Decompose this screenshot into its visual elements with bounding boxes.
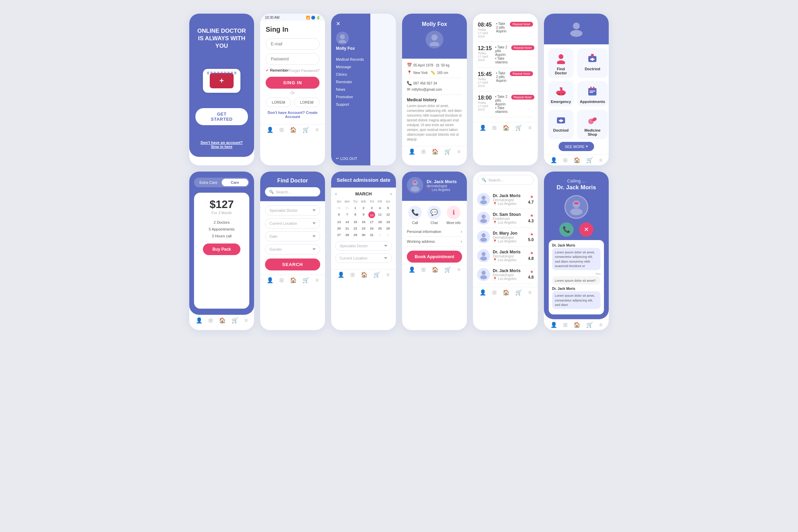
cal-day[interactable]: 19: [384, 219, 392, 225]
menu-item-news[interactable]: News: [336, 86, 366, 93]
nav-med-g[interactable]: ⊞: [492, 124, 497, 131]
cal-day[interactable]: 23: [360, 225, 367, 231]
nav-ls-m[interactable]: ≡: [528, 290, 531, 296]
forgot-password-link[interactable]: Forget Password?: [289, 69, 320, 73]
card-doctriod[interactable]: Doctriod: [577, 48, 608, 78]
prev-month-button[interactable]: ‹: [335, 191, 337, 196]
repeat-badge-3[interactable]: Repeat Now!: [510, 71, 533, 76]
specialist-select[interactable]: Specialist Doctor: [265, 205, 320, 216]
list-search-bar[interactable]: 🔍 Search...: [477, 175, 534, 185]
nav-cal-g[interactable]: ⊞: [350, 271, 355, 278]
menu-item-support[interactable]: Support: [336, 101, 366, 108]
repeat-badge-2[interactable]: Repeat Now!: [511, 45, 534, 50]
nav-cl-p[interactable]: 👤: [550, 322, 557, 328]
nav-fd-c[interactable]: 🛒: [302, 277, 309, 283]
list-item[interactable]: Dr. Mary Jon Dermatologist 📍 Los Angeles…: [477, 228, 534, 247]
list-item[interactable]: Dr. Jack Moris Dermatologist 📍 Los Angel…: [477, 265, 534, 284]
list-item[interactable]: Dr. Sam Stoun Peddtrician 📍 Los Angeles …: [477, 209, 534, 228]
card-doctriod2[interactable]: Doctriod: [548, 110, 574, 139]
nav-cl-m[interactable]: ≡: [599, 322, 602, 328]
nav-ls-p[interactable]: 👤: [479, 289, 486, 296]
password-input[interactable]: [266, 53, 320, 65]
cal-location-select[interactable]: Current Location: [335, 253, 392, 263]
nav-cal-c[interactable]: 🛒: [373, 271, 380, 278]
email-input[interactable]: [266, 38, 320, 50]
cal-day[interactable]: 2: [360, 205, 367, 211]
cal-day[interactable]: 26: [384, 225, 392, 231]
nav-pr-c[interactable]: 🛒: [232, 317, 238, 324]
nav-dt-h[interactable]: 🏠: [432, 266, 439, 273]
logout-button[interactable]: ↩ LOG OUT: [336, 156, 366, 161]
nav-grd-h[interactable]: 🏠: [574, 157, 580, 163]
action-call[interactable]: 📞 Call: [408, 206, 422, 225]
cal-day[interactable]: 24: [368, 225, 375, 231]
cal-day[interactable]: 28: [343, 232, 351, 238]
nav-fd-m[interactable]: ≡: [315, 277, 319, 283]
nav-profile-icon[interactable]: 👤: [267, 127, 274, 133]
cal-day[interactable]: 22: [352, 225, 359, 231]
cal-specialist-select[interactable]: Specialist Doctor: [335, 241, 392, 251]
nav-cl-g[interactable]: ⊞: [563, 322, 567, 328]
menu-item-promotion[interactable]: Promotion: [336, 93, 366, 101]
cal-day[interactable]: 18: [376, 219, 384, 225]
nav-dt-c[interactable]: 🛒: [444, 266, 451, 273]
repeat-badge-1[interactable]: Repeat Now!: [510, 22, 533, 27]
nav-pr-h[interactable]: 🏠: [219, 317, 226, 324]
list-item[interactable]: Dr. Jack Moris Dermatologist 📍 Los Angel…: [477, 247, 534, 265]
nav-m-icon[interactable]: ≡: [457, 149, 460, 155]
cal-day[interactable]: 1: [376, 232, 384, 238]
cal-day[interactable]: 16: [360, 219, 367, 225]
nav-pr-p[interactable]: 👤: [196, 317, 203, 324]
nav-h-icon[interactable]: 🏠: [432, 148, 439, 155]
nav-med-c[interactable]: 🛒: [515, 124, 522, 131]
lorem-btn-2[interactable]: LOREM: [294, 98, 320, 107]
cal-day[interactable]: 2: [384, 232, 392, 238]
menu-item-records[interactable]: Medical Records: [336, 56, 366, 63]
cal-day[interactable]: 4: [376, 205, 384, 211]
card-medicine-shop[interactable]: Medicine Shop: [577, 110, 608, 139]
tab-extra-care[interactable]: Extra Care: [195, 179, 222, 186]
nav-cl-c[interactable]: 🛒: [586, 322, 593, 328]
card-find-doctor[interactable]: Find Doctor: [548, 48, 574, 78]
tab-care[interactable]: Care: [222, 179, 248, 186]
nav-pr-g[interactable]: ⊞: [208, 317, 213, 324]
nav-pr-m[interactable]: ≡: [245, 317, 248, 324]
nav-menu-icon[interactable]: ≡: [315, 127, 319, 133]
cal-day[interactable]: 15: [352, 219, 359, 225]
cal-day[interactable]: 31: [343, 205, 351, 211]
cal-day[interactable]: 1: [352, 205, 359, 211]
nav-home-icon[interactable]: 🏠: [290, 127, 297, 133]
cal-day[interactable]: 21: [343, 225, 351, 231]
nav-g-icon[interactable]: ⊞: [421, 148, 426, 155]
nav-p-icon[interactable]: 👤: [409, 148, 415, 155]
cal-day[interactable]: 6: [335, 211, 343, 218]
close-icon[interactable]: ✕: [336, 20, 366, 27]
nav-med-h[interactable]: 🏠: [503, 124, 509, 131]
location-select[interactable]: Current Location: [265, 218, 320, 228]
repeat-badge-4[interactable]: Repeat Now!: [511, 95, 534, 100]
nav-dt-m[interactable]: ≡: [457, 267, 460, 273]
personal-info-row[interactable]: Personal information ›: [407, 227, 462, 237]
buy-pack-button[interactable]: Buy Pack: [203, 243, 240, 255]
cal-day[interactable]: 14: [343, 219, 351, 225]
cal-day[interactable]: 13: [335, 219, 343, 225]
nav-grd-c[interactable]: 🛒: [586, 157, 593, 163]
list-item[interactable]: Dr. Jack Moris Dermatologist 📍 Los Angel…: [477, 190, 534, 209]
nav-med-m[interactable]: ≡: [528, 125, 531, 131]
date-select[interactable]: Date: [265, 231, 320, 241]
nav-grd-m[interactable]: ≡: [599, 157, 602, 163]
nav-ls-c[interactable]: 🛒: [515, 289, 522, 296]
cal-day[interactable]: 17: [368, 219, 375, 225]
cal-day[interactable]: 9: [360, 211, 367, 218]
next-month-button[interactable]: ›: [390, 191, 392, 196]
working-address-row[interactable]: Working address ›: [407, 237, 462, 247]
end-call-button[interactable]: ✕: [579, 222, 593, 237]
lorem-btn-1[interactable]: LOREM: [266, 98, 291, 107]
see-more-button[interactable]: SEE MORE ▾: [559, 142, 594, 151]
nav-med-p[interactable]: 👤: [479, 124, 486, 131]
action-chat[interactable]: 💬 Chat: [427, 206, 441, 225]
search-bar[interactable]: 🔍 Search...: [265, 187, 320, 196]
nav-grid-icon[interactable]: ⊞: [279, 127, 284, 133]
cal-day[interactable]: 3: [368, 205, 375, 211]
nav-grd-g[interactable]: ⊞: [563, 157, 567, 163]
